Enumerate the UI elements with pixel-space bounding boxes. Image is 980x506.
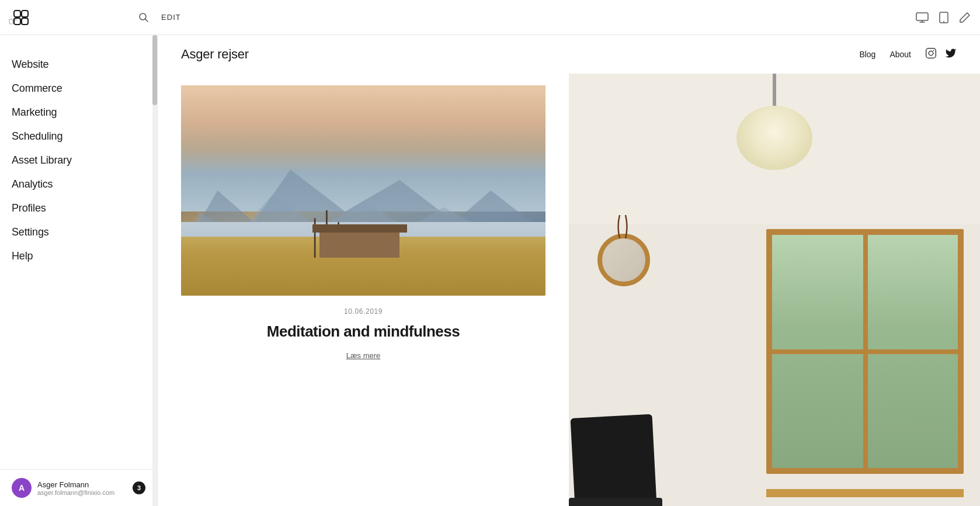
sidebar-item-asset-library[interactable]: Asset Library: [0, 148, 157, 172]
edit-label[interactable]: EDIT: [161, 13, 181, 22]
blog-image-landscape: [181, 85, 545, 296]
user-name: Asger Folmann: [37, 480, 127, 489]
main-content: Asger rejser Blog About: [158, 35, 980, 506]
mountain-scene: [181, 85, 545, 296]
svg-rect-3: [22, 18, 28, 25]
cursor-hand: ☞: [8, 15, 18, 28]
read-more-link[interactable]: Læs mere: [346, 351, 381, 360]
layout: Website Commerce Marketing Scheduling As…: [0, 35, 980, 506]
blog-date: 10.06.2019: [181, 307, 545, 316]
building-roof: [312, 224, 407, 233]
sidebar-item-help[interactable]: Help: [0, 244, 157, 268]
sidebar-footer: A Asger Folmann asger.folmann@finixio.co…: [0, 469, 157, 506]
sidebar-item-marketing[interactable]: Marketing: [0, 100, 157, 124]
user-email: asger.folmann@finixio.com: [37, 489, 127, 496]
blog-image-interior: [569, 74, 980, 506]
lamp-shade: [736, 106, 812, 170]
topbar-right: [916, 12, 971, 23]
sidebar-item-scheduling[interactable]: Scheduling: [0, 124, 157, 148]
blog-meta: 10.06.2019 Meditation and mindfulness Læ…: [181, 307, 545, 361]
building: [319, 228, 399, 258]
window-v-divider: [863, 235, 868, 468]
svg-point-12: [929, 51, 933, 56]
avatar: A: [12, 478, 32, 498]
svg-point-10: [943, 21, 944, 22]
search-button[interactable]: [138, 12, 150, 23]
sidebar-nav: Website Commerce Marketing Scheduling As…: [0, 35, 157, 469]
blog-title: Meditation and mindfulness: [181, 323, 545, 341]
chair-seat: [569, 498, 662, 506]
svg-rect-6: [916, 13, 928, 20]
sidebar-item-commerce[interactable]: Commerce: [0, 77, 157, 100]
about-nav-link[interactable]: About: [889, 50, 911, 59]
notification-badge[interactable]: 3: [133, 481, 145, 494]
mirror-outer: [597, 234, 650, 286]
preview-nav: Asger rejser Blog About: [158, 35, 980, 74]
blog-card-right: [569, 74, 980, 506]
lamp-cord: [773, 74, 776, 109]
blog-nav-link[interactable]: Blog: [859, 50, 875, 59]
sidebar: Website Commerce Marketing Scheduling As…: [0, 35, 158, 506]
logo-button[interactable]: ☞: [9, 6, 33, 29]
desktop-view-button[interactable]: [916, 12, 929, 23]
website-preview: Asger rejser Blog About: [158, 35, 980, 506]
instagram-icon[interactable]: [925, 47, 937, 61]
blog-grid: 10.06.2019 Meditation and mindfulness Læ…: [158, 74, 980, 506]
window-sill: [766, 489, 964, 497]
sidebar-item-website[interactable]: Website: [0, 53, 157, 77]
sidebar-item-settings[interactable]: Settings: [0, 220, 157, 244]
svg-rect-11: [926, 48, 936, 58]
social-icons: [925, 47, 957, 61]
twitter-icon[interactable]: [945, 47, 957, 61]
window-frame: [766, 229, 964, 474]
sidebar-item-profiles[interactable]: Profiles: [0, 196, 157, 220]
footer-user: Asger Folmann asger.folmann@finixio.com: [37, 480, 127, 496]
pencil-edit-button[interactable]: [959, 12, 971, 23]
svg-line-5: [145, 19, 148, 22]
sidebar-scrollbar: [152, 35, 157, 506]
topbar: ☞ EDIT: [0, 0, 980, 35]
site-title: Asger rejser: [181, 47, 249, 62]
blog-card-left: 10.06.2019 Meditation and mindfulness Læ…: [158, 74, 569, 506]
sidebar-scrollbar-thumb[interactable]: [152, 35, 157, 105]
preview-nav-right: Blog About: [859, 47, 957, 61]
mirror-strap: [614, 215, 631, 238]
svg-rect-1: [22, 11, 28, 17]
sidebar-item-analytics[interactable]: Analytics: [0, 172, 157, 196]
tablet-view-button[interactable]: [939, 12, 948, 23]
chair-back: [571, 414, 659, 506]
svg-point-13: [933, 50, 934, 51]
